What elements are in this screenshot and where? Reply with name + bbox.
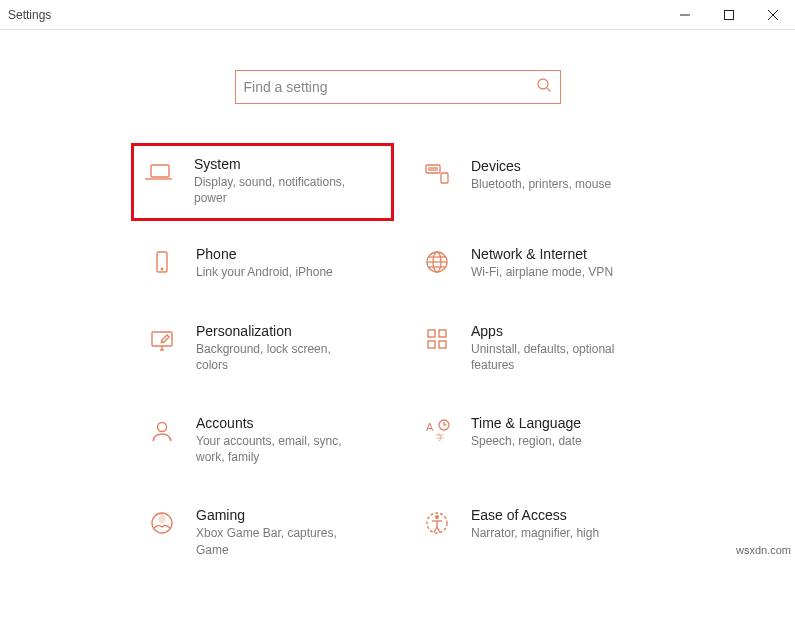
ease-icon: [421, 507, 453, 539]
search-box[interactable]: [235, 70, 561, 104]
content-area: SystemDisplay, sound, notifications, pow…: [0, 30, 795, 562]
svg-point-13: [161, 269, 163, 271]
tile-description: Wi-Fi, airplane mode, VPN: [471, 264, 613, 280]
settings-tile-system[interactable]: SystemDisplay, sound, notifications, pow…: [132, 144, 393, 220]
svg-text:A: A: [426, 421, 434, 433]
tile-title: Apps: [471, 323, 641, 339]
tile-text: Network & InternetWi-Fi, airplane mode, …: [471, 246, 613, 280]
tile-text: Time & LanguageSpeech, region, date: [471, 415, 582, 449]
devices-icon: [421, 158, 453, 190]
settings-tile-gaming[interactable]: GamingXbox Game Bar, captures, Game: [142, 503, 387, 561]
settings-tile-network-internet[interactable]: Network & InternetWi-Fi, airplane mode, …: [417, 242, 662, 284]
svg-line-37: [437, 527, 440, 532]
minimize-icon: [680, 10, 690, 20]
tile-text: Ease of AccessNarrator, magnifier, high: [471, 507, 599, 541]
tile-text: PersonalizationBackground, lock screen, …: [196, 323, 366, 373]
minimize-button[interactable]: [663, 0, 707, 30]
tile-title: Phone: [196, 246, 333, 262]
svg-line-36: [434, 527, 437, 532]
phone-icon: [146, 246, 178, 278]
settings-tile-apps[interactable]: AppsUninstall, defaults, optional featur…: [417, 319, 662, 377]
personal-icon: [146, 323, 178, 355]
svg-rect-9: [441, 173, 448, 183]
svg-rect-1: [725, 10, 734, 19]
window-controls: [663, 0, 795, 30]
svg-rect-21: [428, 330, 435, 337]
svg-line-5: [547, 88, 551, 92]
svg-rect-24: [439, 341, 446, 348]
svg-rect-22: [439, 330, 446, 337]
time-icon: A字: [421, 415, 453, 447]
tile-description: Speech, region, date: [471, 433, 582, 449]
settings-tile-devices[interactable]: DevicesBluetooth, printers, mouse: [417, 154, 662, 208]
svg-rect-23: [428, 341, 435, 348]
settings-grid: SystemDisplay, sound, notifications, pow…: [142, 154, 662, 562]
maximize-icon: [724, 10, 734, 20]
close-button[interactable]: [751, 0, 795, 30]
tile-title: Devices: [471, 158, 611, 174]
tile-description: Bluetooth, printers, mouse: [471, 176, 611, 192]
titlebar: Settings: [0, 0, 795, 30]
svg-point-4: [538, 79, 548, 89]
settings-tile-accounts[interactable]: AccountsYour accounts, email, sync, work…: [142, 411, 387, 469]
tile-text: GamingXbox Game Bar, captures, Game: [196, 507, 366, 557]
tile-description: Link your Android, iPhone: [196, 264, 333, 280]
svg-rect-6: [151, 165, 169, 177]
tile-title: Time & Language: [471, 415, 582, 431]
tile-description: Narrator, magnifier, high: [471, 525, 599, 541]
tile-text: AccountsYour accounts, email, sync, work…: [196, 415, 366, 465]
tile-description: Uninstall, defaults, optional features: [471, 341, 641, 373]
laptop-icon: [144, 156, 176, 188]
svg-text:字: 字: [436, 433, 444, 442]
maximize-button[interactable]: [707, 0, 751, 30]
search-icon: [536, 77, 552, 97]
tile-title: Personalization: [196, 323, 366, 339]
tile-title: Accounts: [196, 415, 366, 431]
settings-tile-phone[interactable]: PhoneLink your Android, iPhone: [142, 242, 387, 284]
window-title: Settings: [8, 8, 663, 22]
svg-point-25: [158, 422, 167, 431]
settings-tile-time-language[interactable]: A字Time & LanguageSpeech, region, date: [417, 411, 662, 469]
tile-description: Display, sound, notifications, power: [194, 174, 364, 206]
search-wrap: [0, 70, 795, 104]
tile-text: AppsUninstall, defaults, optional featur…: [471, 323, 641, 373]
gaming-icon: [146, 507, 178, 539]
svg-rect-19: [152, 332, 172, 346]
globe-icon: [421, 246, 453, 278]
tile-title: Network & Internet: [471, 246, 613, 262]
apps-icon: [421, 323, 453, 355]
tile-text: SystemDisplay, sound, notifications, pow…: [194, 156, 364, 206]
search-input[interactable]: [244, 79, 536, 95]
settings-tile-personalization[interactable]: PersonalizationBackground, lock screen, …: [142, 319, 387, 377]
tile-description: Background, lock screen, colors: [196, 341, 366, 373]
tile-description: Xbox Game Bar, captures, Game: [196, 525, 366, 557]
settings-tile-ease-of-access[interactable]: Ease of AccessNarrator, magnifier, high: [417, 503, 662, 561]
watermark: wsxdn.com: [736, 544, 791, 556]
accounts-icon: [146, 415, 178, 447]
svg-point-33: [435, 515, 439, 519]
close-icon: [768, 10, 778, 20]
tile-title: Ease of Access: [471, 507, 599, 523]
svg-rect-8: [426, 165, 440, 173]
tile-title: System: [194, 156, 364, 172]
tile-text: PhoneLink your Android, iPhone: [196, 246, 333, 280]
tile-description: Your accounts, email, sync, work, family: [196, 433, 366, 465]
tile-text: DevicesBluetooth, printers, mouse: [471, 158, 611, 192]
tile-title: Gaming: [196, 507, 366, 523]
